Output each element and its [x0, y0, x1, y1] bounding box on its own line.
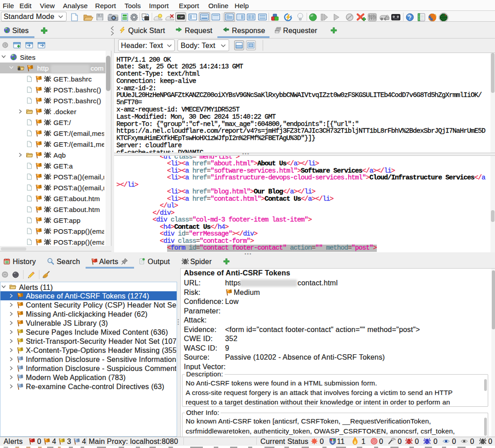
svg-text:?: ?	[408, 14, 411, 21]
